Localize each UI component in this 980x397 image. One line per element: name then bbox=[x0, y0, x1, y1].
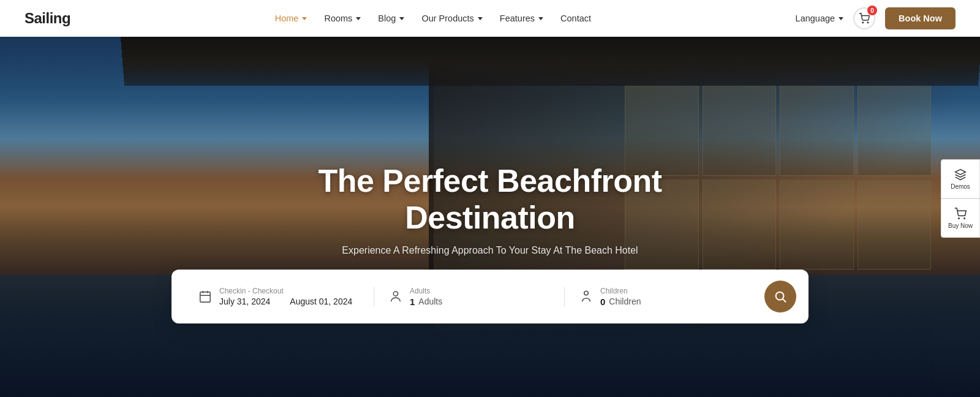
adults-label: Adults bbox=[410, 287, 442, 295]
svg-point-8 bbox=[776, 292, 784, 300]
checkout-date: August 01, 2024 bbox=[290, 297, 352, 306]
adults-section[interactable]: Adults 1 Adults bbox=[374, 287, 565, 307]
layers-icon bbox=[954, 168, 967, 181]
svg-point-0 bbox=[862, 22, 864, 23]
date-section[interactable]: Checkin - Checkout July 31, 2024 August … bbox=[184, 287, 374, 306]
nav-item-blog[interactable]: Blog bbox=[378, 13, 404, 23]
calendar-icon bbox=[198, 290, 212, 303]
cart-button[interactable]: 0 bbox=[853, 7, 875, 29]
children-section[interactable]: Children 0 Children bbox=[565, 287, 755, 307]
adults-count: 1 bbox=[410, 297, 415, 307]
cart-icon bbox=[859, 13, 870, 24]
hero-content: The Perfect Beachfront Destination Exper… bbox=[245, 163, 735, 256]
chevron-down-icon bbox=[302, 17, 307, 20]
svg-line-9 bbox=[783, 299, 786, 302]
svg-rect-2 bbox=[200, 292, 211, 303]
person-icon bbox=[389, 290, 402, 303]
svg-point-12 bbox=[964, 217, 965, 219]
chevron-down-icon bbox=[538, 17, 543, 20]
nav-links: Home Rooms Blog Our Products Features Co… bbox=[275, 13, 591, 23]
hero-title: The Perfect Beachfront Destination bbox=[245, 163, 735, 236]
demos-widget[interactable]: Demos bbox=[941, 159, 980, 198]
buy-now-widget[interactable]: Buy Now bbox=[941, 198, 980, 238]
search-bar: Checkin - Checkout July 31, 2024 August … bbox=[172, 270, 809, 323]
search-icon bbox=[774, 290, 787, 303]
cart-badge: 0 bbox=[867, 6, 877, 15]
children-text: Children bbox=[609, 297, 641, 306]
cart-icon bbox=[954, 208, 967, 220]
navbar: Sailing Home Rooms Blog Our Products Fea… bbox=[0, 0, 980, 37]
nav-item-contact[interactable]: Contact bbox=[560, 13, 591, 23]
svg-point-1 bbox=[867, 22, 869, 23]
children-count: 0 bbox=[600, 297, 605, 307]
brand-logo: Sailing bbox=[24, 10, 70, 27]
nav-item-features[interactable]: Features bbox=[500, 13, 543, 23]
nav-item-home[interactable]: Home bbox=[275, 13, 307, 23]
chevron-down-icon bbox=[356, 17, 361, 20]
date-label: Checkin - Checkout bbox=[219, 287, 352, 295]
checkin-date: July 31, 2024 bbox=[219, 297, 270, 306]
svg-point-6 bbox=[393, 292, 398, 296]
chevron-down-icon bbox=[399, 17, 404, 20]
chevron-down-icon bbox=[478, 17, 483, 20]
hero-section: The Perfect Beachfront Destination Exper… bbox=[0, 0, 980, 397]
language-selector[interactable]: Language bbox=[796, 13, 844, 23]
adults-text: Adults bbox=[418, 297, 442, 306]
children-label: Children bbox=[600, 287, 641, 295]
svg-marker-10 bbox=[956, 169, 966, 174]
nav-item-rooms[interactable]: Rooms bbox=[324, 13, 361, 23]
nav-item-products[interactable]: Our Products bbox=[421, 13, 482, 23]
child-icon bbox=[579, 290, 593, 303]
svg-point-11 bbox=[959, 217, 960, 219]
nav-right: Language 0 Book Now bbox=[796, 7, 956, 29]
book-now-button[interactable]: Book Now bbox=[885, 7, 956, 29]
chevron-down-icon bbox=[839, 17, 843, 20]
side-widgets: Demos Buy Now bbox=[941, 159, 980, 238]
search-button[interactable] bbox=[764, 281, 796, 312]
svg-point-7 bbox=[584, 291, 588, 295]
hero-subtitle: Experience A Refreshing Approach To Your… bbox=[245, 245, 735, 256]
